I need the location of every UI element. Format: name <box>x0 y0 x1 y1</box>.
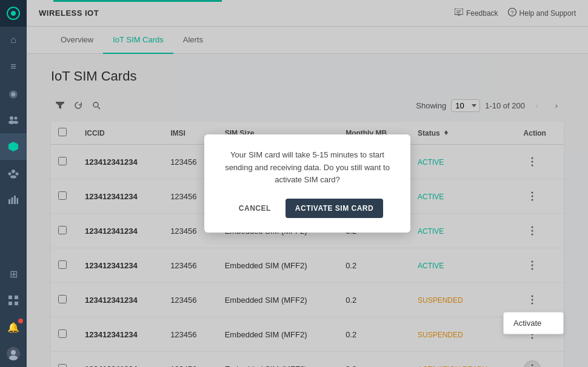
svg-rect-16 <box>15 296 18 299</box>
list-icon[interactable]: ≡ <box>0 53 27 80</box>
svg-point-1 <box>11 11 16 16</box>
team-icon[interactable] <box>0 160 27 187</box>
svg-point-21 <box>9 355 18 360</box>
activate-modal: Your SIM card will take 5-15 minutes to … <box>204 134 410 233</box>
activate-sim-button[interactable]: ACTIVATE SIM CARD <box>286 199 383 218</box>
svg-point-4 <box>15 117 18 120</box>
iot-icon[interactable] <box>0 133 27 160</box>
globe-icon[interactable]: ◉ <box>0 80 27 107</box>
grid-icon[interactable]: ⊞ <box>0 260 27 287</box>
svg-rect-12 <box>12 197 13 204</box>
svg-rect-14 <box>17 198 19 204</box>
svg-point-20 <box>11 350 16 355</box>
svg-point-7 <box>12 170 15 173</box>
notification-icon[interactable]: 🔔 <box>0 314 27 340</box>
modal-actions: CANCEL ACTIVATE SIM CARD <box>219 199 396 218</box>
avatar-icon[interactable] <box>0 340 27 367</box>
action-dropdown-menu: Activate <box>503 312 564 334</box>
users-icon[interactable] <box>0 107 27 133</box>
svg-point-5 <box>13 121 18 124</box>
svg-rect-17 <box>8 302 12 305</box>
svg-rect-15 <box>8 296 12 299</box>
add-grid-icon[interactable] <box>0 287 27 314</box>
sidebar-logo <box>0 0 27 27</box>
svg-rect-11 <box>8 199 10 204</box>
main-wrapper: WIRELESS IOT Feedback ? Help and Support… <box>27 0 588 367</box>
svg-point-2 <box>10 116 13 120</box>
cancel-button[interactable]: CANCEL <box>232 199 278 217</box>
svg-rect-18 <box>15 302 18 305</box>
sidebar: ⌂ ≡ ◉ ⊞ 🔔 <box>0 0 27 367</box>
svg-rect-13 <box>14 196 16 204</box>
notification-badge <box>18 319 23 323</box>
dropdown-activate-item[interactable]: Activate <box>504 312 563 334</box>
svg-point-9 <box>16 173 19 176</box>
chart-icon[interactable] <box>0 187 27 213</box>
modal-message: Your SIM card will take 5-15 minutes to … <box>219 149 396 187</box>
home-icon[interactable]: ⌂ <box>0 27 27 53</box>
svg-point-8 <box>8 173 12 176</box>
svg-point-10 <box>10 176 16 179</box>
svg-marker-6 <box>8 142 18 151</box>
